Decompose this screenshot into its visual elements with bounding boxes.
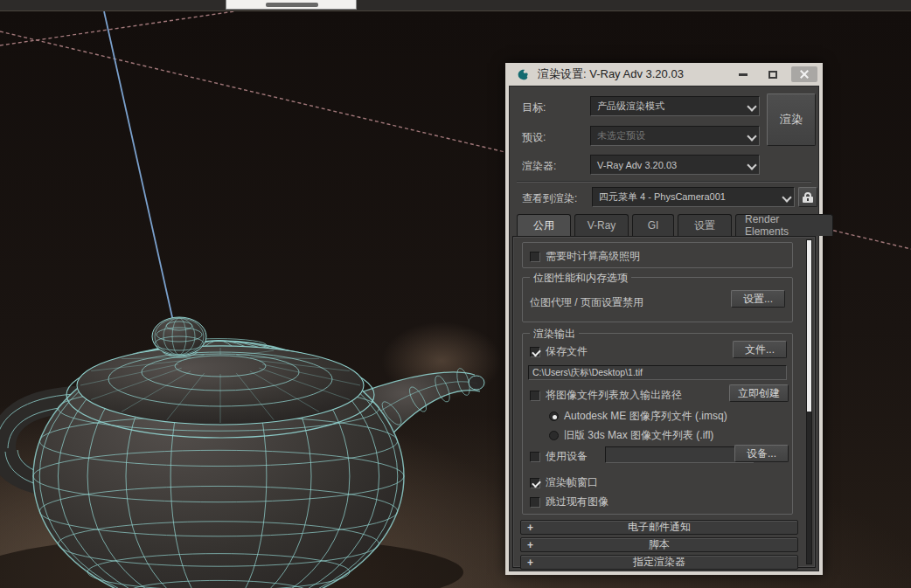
rendered-frame-window-row[interactable]: 渲染帧窗口 xyxy=(530,475,598,490)
minimize-button[interactable] xyxy=(732,67,755,81)
imsq-label: Autodesk ME 图像序列文件 (.imsq) xyxy=(564,409,727,424)
tab-common[interactable]: 公用 xyxy=(517,214,571,236)
renderer-value: V-Ray Adv 3.20.03 xyxy=(597,160,677,170)
skip-existing-row[interactable]: 跳过现有图像 xyxy=(530,495,608,509)
adv-lighting-row[interactable]: 需要时计算高级照明 xyxy=(530,249,640,264)
preset-label: 预设: xyxy=(522,130,546,145)
rendered-frame-window-checkbox[interactable] xyxy=(530,478,540,488)
output-path-field[interactable]: C:\Users\庆标\Desktop\1.tif xyxy=(528,365,787,380)
rollout-label: 指定渲染器 xyxy=(633,555,685,570)
create-now-button[interactable]: 立即创建 xyxy=(729,384,789,402)
toolbar-strip xyxy=(0,0,911,11)
device-field[interactable] xyxy=(605,446,754,463)
close-icon xyxy=(800,70,809,79)
save-file-label: 保存文件 xyxy=(546,344,588,359)
save-file-checkbox[interactable] xyxy=(530,347,540,357)
skip-existing-checkbox[interactable] xyxy=(530,497,540,508)
divider xyxy=(517,181,811,183)
expand-icon: + xyxy=(527,557,533,569)
render-button[interactable]: 渲染 xyxy=(767,93,816,146)
renderer-label: 渲染器: xyxy=(522,159,556,174)
rollout-label: 电子邮件通知 xyxy=(628,520,691,535)
preset-value: 未选定预设 xyxy=(597,129,645,142)
image-list-row[interactable]: 将图像文件列表放入输出路径 xyxy=(530,388,682,403)
common-panel: 需要时计算高级照明 位图性能和内存选项 位图代理 / 页面设置禁用 设置... … xyxy=(512,236,816,568)
rollout-scripts[interactable]: + 脚本 xyxy=(520,537,798,552)
bitmap-settings-button[interactable]: 设置... xyxy=(731,290,785,308)
skip-existing-label: 跳过现有图像 xyxy=(546,495,608,509)
dialog-body: 目标: 产品级渲染模式 渲染 预设: 未选定预设 渲染器: V-Ray Adv … xyxy=(509,86,819,571)
dialog-titlebar[interactable]: 渲染设置: V-Ray Adv 3.20.03 xyxy=(505,63,823,86)
dialog-title: 渲染设置: V-Ray Adv 3.20.03 xyxy=(538,66,684,82)
image-list-label: 将图像文件列表放入输出路径 xyxy=(546,388,682,403)
tab-gi[interactable]: GI xyxy=(632,214,674,236)
panel-scrollbar[interactable] xyxy=(806,239,812,564)
render-output-group: 渲染输出 保存文件 文件... C:\Users\庆标\Desktop\1.ti… xyxy=(522,333,793,515)
bitmap-group: 位图性能和内存选项 位图代理 / 页面设置禁用 设置... xyxy=(522,277,793,322)
files-button[interactable]: 文件... xyxy=(733,341,787,358)
rollout-label: 脚本 xyxy=(649,537,670,552)
teapot-wireframe[interactable] xyxy=(0,310,490,588)
tab-settings[interactable]: 设置 xyxy=(678,214,732,236)
adv-lighting-checkbox[interactable] xyxy=(530,252,540,262)
maximize-icon xyxy=(768,71,777,79)
tab-render-elements[interactable]: Render Elements xyxy=(735,214,833,236)
viewport-dropdown[interactable]: 四元菜单 4 - PhysCamera001 xyxy=(592,187,795,207)
imsq-radio[interactable] xyxy=(549,412,559,421)
toolbar-popup[interactable] xyxy=(226,0,357,10)
image-list-checkbox[interactable] xyxy=(530,391,540,401)
devices-button[interactable]: 设备... xyxy=(734,445,789,462)
tab-vray[interactable]: V-Ray xyxy=(574,214,629,236)
render-setup-dialog[interactable]: 渲染设置: V-Ray Adv 3.20.03 目标: 产品级渲染模式 渲染 预… xyxy=(505,63,823,575)
chevron-down-icon xyxy=(782,194,789,201)
target-dropdown[interactable]: 产品级渲染模式 xyxy=(590,96,760,116)
view-label: 查看到渲染: xyxy=(522,191,577,206)
settings-tabs: 公用 V-Ray GI 设置 Render Elements xyxy=(517,214,833,236)
popup-text-fragment xyxy=(266,3,318,7)
expand-icon: + xyxy=(527,522,533,534)
chevron-down-icon xyxy=(748,162,755,169)
save-file-row[interactable]: 保存文件 xyxy=(530,344,588,359)
use-device-row[interactable]: 使用设备 xyxy=(530,449,588,464)
chevron-down-icon xyxy=(748,133,755,140)
render-output-title: 渲染输出 xyxy=(530,327,579,342)
imsq-radio-row[interactable]: Autodesk ME 图像序列文件 (.imsq) xyxy=(549,409,727,424)
preset-dropdown[interactable]: 未选定预设 xyxy=(590,126,760,146)
rollout-assign-renderer[interactable]: + 指定渲染器 xyxy=(520,555,798,570)
target-value: 产品级渲染模式 xyxy=(597,100,664,113)
bitmap-proxy-status: 位图代理 / 页面设置禁用 xyxy=(530,295,643,310)
chevron-down-icon xyxy=(748,103,755,110)
use-device-label: 使用设备 xyxy=(546,449,588,464)
expand-icon: + xyxy=(527,539,533,551)
lock-icon xyxy=(803,192,813,203)
adv-lighting-group: 需要时计算高级照明 xyxy=(522,242,793,268)
ifl-label: 旧版 3ds Max 图像文件列表 (.ifl) xyxy=(564,428,713,443)
viewport-value: 四元菜单 4 - PhysCamera001 xyxy=(599,190,726,204)
close-button[interactable] xyxy=(791,66,817,82)
application-window: 渲染设置: V-Ray Adv 3.20.03 目标: 产品级渲染模式 渲染 预… xyxy=(0,0,911,588)
adv-lighting-label: 需要时计算高级照明 xyxy=(546,249,640,264)
lock-view-button[interactable] xyxy=(798,187,817,207)
maximize-button[interactable] xyxy=(761,67,784,81)
ifl-radio-row[interactable]: 旧版 3ds Max 图像文件列表 (.ifl) xyxy=(549,428,713,443)
rollout-email-notifications[interactable]: + 电子邮件通知 xyxy=(520,520,798,535)
target-label: 目标: xyxy=(522,100,546,115)
3dsmax-logo-icon xyxy=(516,67,531,82)
rendered-frame-window-label: 渲染帧窗口 xyxy=(546,475,598,490)
minimize-icon xyxy=(739,73,748,76)
scrollbar-thumb[interactable] xyxy=(807,240,811,412)
bitmap-group-title: 位图性能和内存选项 xyxy=(530,271,631,286)
use-device-checkbox[interactable] xyxy=(530,452,540,462)
renderer-dropdown[interactable]: V-Ray Adv 3.20.03 xyxy=(590,155,760,175)
ifl-radio[interactable] xyxy=(549,431,559,440)
